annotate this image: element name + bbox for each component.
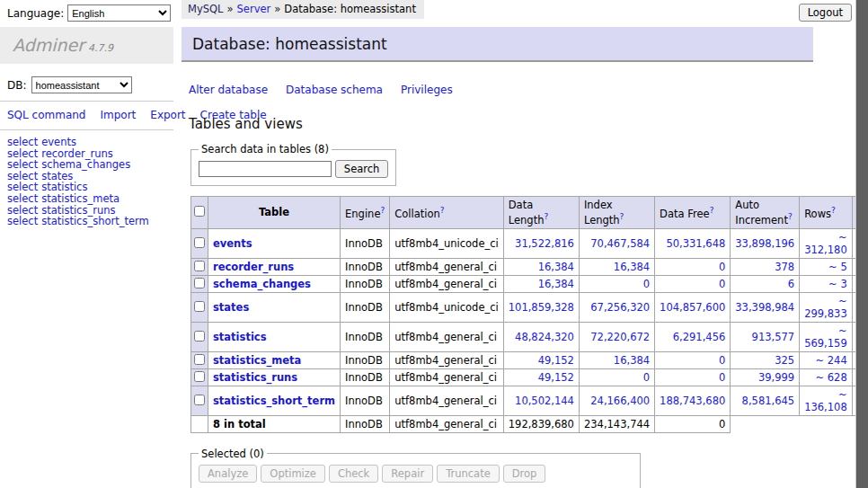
auto-increment-link[interactable]: 6 <box>788 278 794 290</box>
index-length-link[interactable]: 0 <box>643 371 650 384</box>
sidebar-select-link[interactable]: select <box>7 136 38 148</box>
sidebar-select-link[interactable]: select <box>7 192 38 205</box>
data-free-link[interactable]: 0 <box>719 261 725 273</box>
data-length-link[interactable]: 31,522,816 <box>515 237 574 250</box>
rows-link[interactable]: ~ 299,833 <box>804 295 847 320</box>
data-length-link[interactable]: 16,384 <box>538 278 574 290</box>
data-free-link[interactable]: 50,331,648 <box>666 237 725 250</box>
optimize-button[interactable]: Optimize <box>261 465 325 483</box>
index-length-link[interactable]: 16,384 <box>614 354 650 367</box>
data-length-link[interactable]: 48,824,320 <box>515 331 574 343</box>
auto-increment-link[interactable]: 913,577 <box>752 331 795 343</box>
rows-link[interactable]: ~ 3 <box>828 278 847 290</box>
data-length-link[interactable]: 101,859,328 <box>509 301 574 314</box>
vertical-scrollbar[interactable] <box>855 0 868 488</box>
analyze-button[interactable]: Analyze <box>199 465 257 483</box>
sidebar-table-link[interactable]: statistics_meta <box>41 192 120 205</box>
auto-increment-link[interactable]: 33,398,984 <box>735 301 794 314</box>
total-row: 8 in total InnoDB utf8mb4_general_ci 192… <box>191 415 868 432</box>
table-index-length-cell: 24,166,400 <box>579 386 654 415</box>
sidebar-link-sql-command[interactable]: SQL command <box>7 109 85 121</box>
table-name-link[interactable]: statistics <box>213 331 267 343</box>
auto-increment-link[interactable]: 325 <box>775 354 794 367</box>
help-icon[interactable]: ? <box>620 212 624 221</box>
table-name-link[interactable]: schema_changes <box>213 278 311 290</box>
table-name-link[interactable]: statistics_meta <box>213 354 301 367</box>
table-name-cell: recorder_runs <box>208 258 341 275</box>
table-name-link[interactable]: statistics_runs <box>213 371 297 384</box>
rows-link[interactable]: ~ 628 <box>815 371 846 384</box>
row-checkbox-cell <box>191 386 208 415</box>
table-name-link[interactable]: recorder_runs <box>213 261 294 273</box>
check-button[interactable]: Check <box>329 465 378 483</box>
truncate-button[interactable]: Truncate <box>437 465 500 483</box>
help-icon[interactable]: ? <box>831 206 836 215</box>
help-icon[interactable]: ? <box>440 206 445 215</box>
index-length-link[interactable]: 16,384 <box>614 261 650 273</box>
row-checkbox[interactable] <box>194 261 205 271</box>
table-name-link[interactable]: events <box>213 237 252 250</box>
auto-increment-link[interactable]: 33,898,196 <box>735 237 794 250</box>
data-free-link[interactable]: 188,743,680 <box>660 395 725 407</box>
repair-button[interactable]: Repair <box>382 465 433 483</box>
sidebar-table-link[interactable]: statistics_short_term <box>41 215 149 227</box>
breadcrumb-mysql-link[interactable]: MySQL <box>188 3 224 15</box>
index-length-link[interactable]: 24,166,400 <box>590 395 650 407</box>
row-checkbox[interactable] <box>194 278 205 288</box>
table-name-link[interactable]: states <box>213 301 249 314</box>
table-name-link[interactable]: statistics_short_term <box>213 395 335 407</box>
table-engine-cell: InnoDB <box>341 351 390 368</box>
auto-increment-link[interactable]: 378 <box>775 261 794 273</box>
data-free-link[interactable]: 6,291,456 <box>673 331 726 343</box>
index-length-link[interactable]: 72,220,672 <box>590 331 650 343</box>
data-free-link[interactable]: 104,857,600 <box>660 301 725 314</box>
row-checkbox[interactable] <box>194 354 205 365</box>
data-free-link[interactable]: 0 <box>719 278 725 290</box>
row-checkbox[interactable] <box>194 371 205 382</box>
search-input[interactable] <box>199 161 332 177</box>
sidebar-select-link[interactable]: select <box>7 215 38 227</box>
data-free-link[interactable]: 0 <box>719 371 725 384</box>
drop-button[interactable]: Drop <box>503 465 546 483</box>
language-select[interactable]: English <box>67 4 171 22</box>
index-length-link[interactable]: 67,256,320 <box>590 301 650 314</box>
alter-database-link[interactable]: Alter database <box>189 84 268 96</box>
row-checkbox[interactable] <box>194 395 205 405</box>
row-checkbox[interactable] <box>194 237 205 248</box>
table-name-cell: statistics <box>208 322 341 351</box>
index-length-link[interactable]: 70,467,584 <box>590 237 650 250</box>
auto-increment-link[interactable]: 8,581,645 <box>742 395 795 407</box>
database-schema-link[interactable]: Database schema <box>286 84 383 96</box>
row-checkbox-cell <box>191 292 208 322</box>
data-length-link[interactable]: 49,152 <box>538 371 574 384</box>
row-checkbox[interactable] <box>194 301 205 312</box>
app-name[interactable]: Adminer <box>13 35 84 55</box>
rows-link[interactable]: ~ 136,108 <box>804 388 847 413</box>
help-icon[interactable]: ? <box>710 206 714 215</box>
table-auto-increment-cell: 325 <box>731 351 800 368</box>
rows-link[interactable]: ~ 5 <box>828 261 847 273</box>
rows-link[interactable]: ~ 244 <box>815 354 846 367</box>
sidebar-link-import[interactable]: Import <box>100 109 136 121</box>
breadcrumb-server-link[interactable]: Server <box>237 3 271 15</box>
row-checkbox[interactable] <box>194 331 205 342</box>
data-length-link[interactable]: 16,384 <box>538 261 574 273</box>
db-select[interactable]: homeassistant <box>31 76 132 93</box>
data-length-link[interactable]: 49,152 <box>538 354 574 367</box>
rows-link[interactable]: ~ 312,180 <box>804 231 847 256</box>
help-icon[interactable]: ? <box>788 212 793 221</box>
sidebar-table-link[interactable]: events <box>41 136 76 148</box>
table-data-free-cell: 6,291,456 <box>655 322 731 351</box>
auto-increment-link[interactable]: 39,999 <box>758 371 794 384</box>
select-all-checkbox[interactable] <box>194 206 205 217</box>
help-icon[interactable]: ? <box>380 206 385 215</box>
index-length-link[interactable]: 0 <box>643 278 650 290</box>
rows-link[interactable]: ~ 569,159 <box>804 324 847 350</box>
sidebar-table-row: selectstatistics_short_term <box>7 216 173 227</box>
data-free-link[interactable]: 0 <box>719 354 725 367</box>
sidebar-link-export[interactable]: Export <box>150 109 185 121</box>
privileges-link[interactable]: Privileges <box>401 84 453 96</box>
help-icon[interactable]: ? <box>544 212 548 221</box>
search-button[interactable]: Search <box>335 160 389 178</box>
data-length-link[interactable]: 10,502,144 <box>515 395 574 407</box>
